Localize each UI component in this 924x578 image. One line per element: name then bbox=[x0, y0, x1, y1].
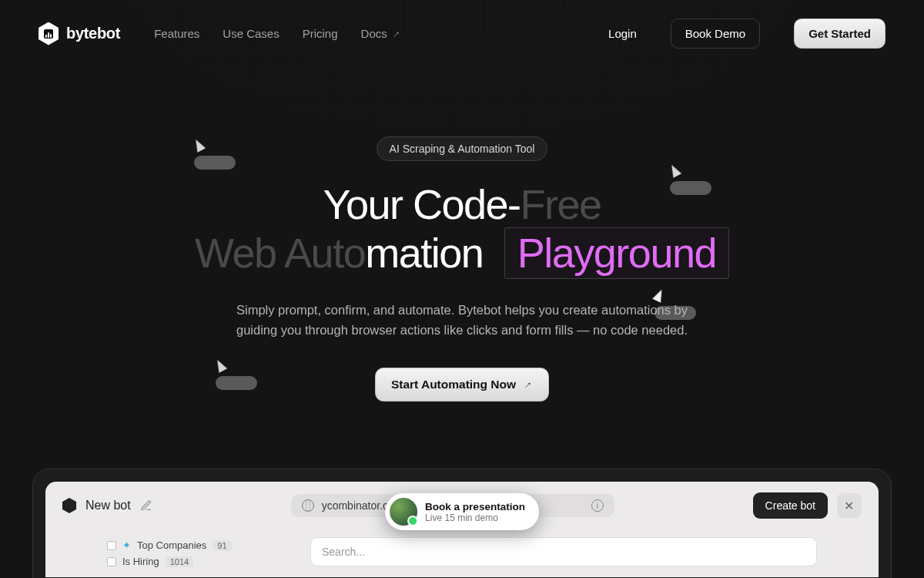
book-demo-button[interactable]: Book Demo bbox=[671, 18, 760, 49]
filter-chip[interactable]: Is Hiring 1014 bbox=[107, 553, 292, 570]
arrow-icon: → bbox=[519, 376, 535, 392]
get-started-button[interactable]: Get Started bbox=[794, 18, 886, 49]
mock-logo-icon bbox=[62, 498, 76, 513]
top-nav: bytebot Features Use Cases Pricing Docs … bbox=[0, 0, 924, 67]
hero: AI Scraping & Automation Tool Your Code-… bbox=[0, 136, 924, 402]
nav-links: Features Use Cases Pricing Docs → bbox=[154, 27, 401, 40]
nav-link-features[interactable]: Features bbox=[154, 27, 199, 40]
mock-bot-title: New bot bbox=[85, 499, 131, 512]
external-link-icon: → bbox=[387, 25, 403, 42]
brand-logo[interactable]: bytebot bbox=[38, 22, 120, 45]
nav-login[interactable]: Login bbox=[608, 27, 637, 40]
nav-link-pricing[interactable]: Pricing bbox=[303, 27, 338, 40]
hero-subtitle: Simply prompt, confirm, and automate. By… bbox=[216, 301, 708, 340]
hero-title-highlight: Playground bbox=[504, 227, 729, 278]
close-button[interactable]: ✕ bbox=[837, 493, 862, 518]
edit-icon[interactable] bbox=[140, 499, 152, 512]
presence-title: Book a presentation bbox=[425, 501, 525, 512]
brand-name: bytebot bbox=[66, 25, 120, 42]
presence-popup[interactable]: Book a presentation Live 15 min demo bbox=[385, 493, 539, 530]
presence-subtitle: Live 15 min demo bbox=[425, 512, 525, 523]
mock-url-text: ycombinator.co bbox=[322, 499, 394, 512]
filter-chip[interactable]: ✦ Top Companies 91 bbox=[107, 537, 292, 553]
nav-link-docs[interactable]: Docs → bbox=[361, 27, 401, 40]
mock-sidebar: ✦ Top Companies 91 Is Hiring 1014 bbox=[107, 537, 292, 570]
hero-pill: AI Scraping & Automation Tool bbox=[377, 136, 548, 161]
nav-link-use-cases[interactable]: Use Cases bbox=[223, 27, 279, 40]
checkbox-icon[interactable] bbox=[107, 557, 116, 566]
checkbox-icon[interactable] bbox=[107, 541, 116, 550]
count-badge: 91 bbox=[213, 540, 231, 551]
avatar bbox=[390, 498, 417, 526]
search-input[interactable]: Search... bbox=[310, 537, 817, 566]
close-icon: ✕ bbox=[844, 499, 854, 513]
info-icon[interactable]: i bbox=[591, 499, 604, 512]
logo-mark bbox=[38, 22, 59, 45]
globe-icon bbox=[302, 499, 314, 512]
count-badge: 1014 bbox=[166, 556, 193, 567]
start-automating-button[interactable]: Start Automating Now → bbox=[375, 368, 549, 402]
hero-title: Your Code-Free Web Automation Playground bbox=[0, 181, 924, 279]
create-bot-button[interactable]: Create bot bbox=[753, 492, 828, 519]
